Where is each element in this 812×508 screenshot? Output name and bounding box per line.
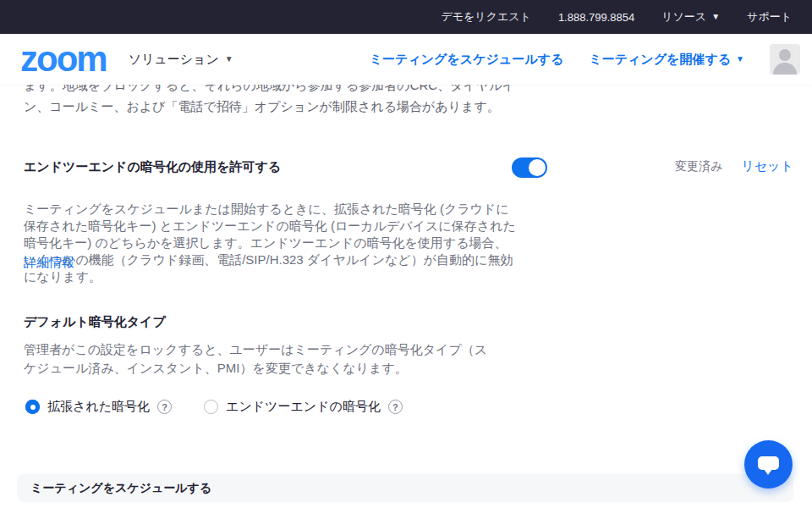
e2e-setting-title: エンドツーエンドの暗号化の使用を許可する [24, 159, 281, 175]
help-question-icon[interactable]: ? [388, 400, 403, 414]
reset-link[interactable]: リセット [741, 158, 793, 174]
help-question-icon[interactable]: ? [157, 400, 172, 414]
chevron-down-icon: ▼ [736, 55, 744, 64]
phone-number-link[interactable]: 1.888.799.8854 [558, 11, 634, 24]
chat-bubble-icon [758, 456, 779, 470]
top-utility-bar: デモをリクエスト 1.888.799.8854 リソース▼ サポート [0, 0, 812, 34]
request-demo-link[interactable]: デモをリクエスト [441, 9, 530, 25]
radio-selected-icon[interactable] [25, 400, 40, 414]
chat-support-button[interactable] [744, 440, 793, 489]
chevron-down-icon: ▼ [711, 13, 720, 21]
zoom-logo[interactable]: zoom [20, 41, 107, 77]
chevron-down-icon: ▼ [225, 55, 233, 64]
section-header-schedule-meeting: ミーティングをスケジュールする [17, 474, 793, 502]
default-encryption-description: 管理者がこの設定をロックすると、ユーザーはミーティングの暗号化タイプ（スケジュー… [24, 340, 497, 378]
avatar-person-icon [779, 49, 791, 61]
more-info-link[interactable]: 詳細情報 [24, 255, 74, 271]
radio-enhanced-encryption[interactable]: 拡張された暗号化 ? [25, 399, 172, 415]
radio-unselected-icon[interactable] [204, 400, 218, 414]
main-header: zoom ソリューション ▼ ミーティングをスケジュールする ミーティングを開催… [0, 34, 812, 85]
resources-menu[interactable]: リソース▼ [661, 9, 720, 25]
host-meeting-menu[interactable]: ミーティングを開催する ▼ [589, 52, 744, 68]
user-avatar[interactable] [770, 44, 800, 75]
schedule-meeting-link[interactable]: ミーティングをスケジュールする [370, 52, 564, 68]
zoom-settings-page: ます。地域をブロックすると、それらの地域から参加する参加者のCRC、ダイヤルイン… [0, 0, 812, 508]
header-right: ミーティングをスケジュールする ミーティングを開催する ▼ [370, 44, 812, 75]
modified-row: 変更済み リセット [675, 158, 793, 174]
modified-status-label: 変更済み [675, 159, 722, 174]
radio-e2e-encryption[interactable]: エンドツーエンドの暗号化 ? [204, 399, 403, 415]
e2e-setting-description: ミーティングをスケジュールまたは開始するときに、拡張された暗号化 (クラウドに保… [24, 201, 519, 285]
e2e-encryption-toggle[interactable] [512, 157, 547, 178]
default-encryption-title: デフォルト暗号化タイプ [24, 314, 166, 330]
support-link[interactable]: サポート [747, 9, 792, 25]
solutions-menu[interactable]: ソリューション ▼ [129, 52, 233, 68]
encryption-type-radio-group: 拡張された暗号化 ? エンドツーエンドの暗号化 ? [25, 399, 403, 415]
